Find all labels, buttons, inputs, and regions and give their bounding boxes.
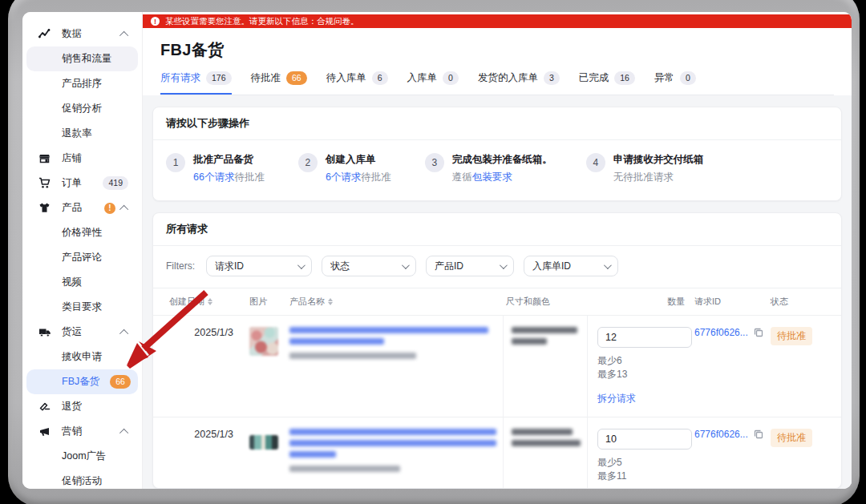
cell-size-color (503, 417, 587, 488)
filter-dropdown-入库单ID[interactable]: 入库单ID (524, 256, 618, 276)
product-thumbnail[interactable] (249, 435, 278, 450)
column-header-label: 创建日期 (169, 296, 204, 308)
filters-row: Filters: 请求ID状态产品ID入库单ID (153, 246, 841, 288)
filter-dropdown-产品ID[interactable]: 产品ID (426, 256, 514, 276)
alert-banner-text: 某些设置需要您注意。请更新以下信息：合规问卷。 (165, 16, 359, 27)
chevron-up-icon[interactable] (119, 428, 128, 437)
sidebar-item-退货[interactable]: 退货 (26, 394, 138, 419)
tab-待批准[interactable]: 待批准66 (251, 71, 307, 95)
step-sub-text: 遵循 (452, 171, 472, 183)
sidebar-item-label: 数据 (62, 27, 82, 41)
cell-image (246, 417, 286, 488)
sidebar-item-数据[interactable]: 数据 (26, 22, 138, 46)
sidebar: 数据销售和流量产品排序促销分析退款率店铺订单419产品!价格弹性产品评论视频类目… (22, 12, 143, 489)
shirt-icon (38, 201, 51, 215)
column-header-label: 图片 (249, 296, 267, 308)
quantity-input[interactable] (597, 327, 692, 348)
alert-banner[interactable]: ! 某些设置需要您注意。请更新以下信息：合规问卷。 (143, 14, 852, 28)
cell-quantity: 最少5最多11拆分请求 (587, 417, 691, 488)
sidebar-item-销售和流量[interactable]: 销售和流量 (26, 46, 138, 71)
sort-icon[interactable] (328, 298, 333, 305)
step-link[interactable]: 包装要求 (472, 171, 512, 183)
step-link[interactable]: 6个请求 (326, 171, 361, 183)
chevron-up-icon[interactable] (119, 329, 128, 337)
column-header-产品名称[interactable]: 产品名称 (286, 288, 503, 315)
table-row: 2025/1/3最少5最多11拆分请求6776f0626...待批准 (153, 417, 841, 488)
content-area: 请按以下步骤操作 1批准产品备货66个请求待批准2创建入库单6个请求待批准3完成… (143, 95, 852, 489)
split-request-link[interactable]: 拆分请求 (597, 392, 636, 405)
sidebar-item-订单[interactable]: 订单419 (26, 171, 138, 196)
sidebar-item-产品评论[interactable]: 产品评论 (26, 245, 138, 270)
sidebar-item-label: 产品 (62, 201, 82, 215)
steps-card-title: 请按以下步骤操作 (153, 107, 841, 140)
returns-icon (38, 400, 51, 413)
truck-icon (38, 325, 51, 339)
copy-icon[interactable] (754, 429, 763, 442)
laptop-frame: 数据销售和流量产品排序促销分析退款率店铺订单419产品!价格弹性产品评论视频类目… (0, 0, 866, 504)
tab-count-badge: 6 (372, 71, 388, 85)
sidebar-item-促销活动[interactable]: 促销活动 (26, 469, 138, 489)
min-quantity: 最少5 (597, 456, 685, 470)
quantity-input[interactable] (597, 429, 692, 450)
tab-入库单[interactable]: 入库单0 (407, 71, 459, 95)
max-quantity: 最多13 (597, 368, 685, 381)
product-thumbnail[interactable] (249, 327, 278, 356)
table-header-row: 创建日期图片产品名称尺寸和颜色数量请求ID状态 (153, 288, 841, 316)
megaphone-icon (38, 425, 51, 438)
sidebar-item-货运[interactable]: 货运 (26, 320, 138, 345)
tab-已完成[interactable]: 已完成16 (579, 71, 635, 95)
tab-异常[interactable]: 异常0 (654, 71, 696, 95)
requests-card: 所有请求 Filters: 请求ID状态产品ID入库单ID 创建日期图片产品名称… (152, 212, 842, 489)
copy-icon[interactable] (754, 328, 763, 340)
sidebar-item-营销[interactable]: 营销 (26, 419, 138, 444)
step-sub-text: 无待批准请求 (613, 171, 674, 183)
sidebar-item-视频[interactable]: 视频 (26, 270, 138, 295)
tab-count-badge: 66 (286, 71, 307, 85)
chevron-up-icon[interactable] (119, 204, 128, 213)
step-subtitle: 无待批准请求 (613, 171, 704, 184)
sidebar-item-label: 营销 (62, 425, 82, 438)
column-header-创建日期[interactable]: 创建日期 (166, 288, 246, 315)
sidebar-item-产品排序[interactable]: 产品排序 (26, 71, 138, 96)
step-link[interactable]: 66个请求 (193, 171, 234, 183)
sidebar-item-价格弹性[interactable]: 价格弹性 (26, 220, 138, 245)
cell-product-name[interactable] (286, 417, 503, 488)
step-title: 申请揽收并交付纸箱 (613, 153, 704, 167)
sidebar-item-促销分析[interactable]: 促销分析 (26, 96, 138, 121)
sidebar-item-类目要求[interactable]: 类目要求 (26, 295, 138, 320)
tab-待入库单[interactable]: 待入库单6 (326, 71, 388, 95)
filter-dropdown-状态[interactable]: 状态 (322, 256, 416, 276)
quantity-limits: 最少5最多11 (597, 456, 685, 484)
steps-row: 1批准产品备货66个请求待批准2创建入库单6个请求待批准3完成包装并准备纸箱。遵… (153, 140, 841, 200)
step-3: 3完成包装并准备纸箱。遵循包装要求 (425, 153, 552, 184)
sidebar-item-label: 退货 (62, 400, 82, 413)
sidebar-item-退款率[interactable]: 退款率 (26, 121, 138, 146)
sidebar-item-产品[interactable]: 产品! (26, 196, 138, 220)
request-id-link[interactable]: 6776f0626... (694, 327, 748, 338)
tab-所有请求[interactable]: 所有请求176 (160, 71, 232, 95)
sidebar-item-label: FBJ备货 (62, 375, 99, 389)
tab-发货的入库单[interactable]: 发货的入库单3 (478, 71, 560, 95)
cell-status: 待批准 (767, 316, 828, 417)
cell-image (246, 316, 286, 417)
tab-count-badge: 0 (680, 71, 696, 85)
sort-icon[interactable] (208, 298, 212, 305)
sidebar-item-Joom广告[interactable]: Joom广告 (26, 444, 138, 469)
request-id-link[interactable]: 6776f0626... (694, 429, 748, 440)
sidebar-item-FBJ备货[interactable]: FBJ备货66 (26, 369, 138, 394)
sidebar-item-label: Joom广告 (62, 450, 107, 463)
sidebar-item-label: 订单 (62, 176, 82, 190)
step-subtitle: 遵循包装要求 (452, 171, 552, 184)
sidebar-item-揽收申请[interactable]: 揽收申请 (26, 345, 138, 369)
cell-status: 待批准 (767, 417, 828, 488)
chevron-down-icon (297, 261, 306, 269)
requests-table: 创建日期图片产品名称尺寸和颜色数量请求ID状态2025/1/3最少6最多13拆分… (153, 288, 841, 488)
filter-dropdown-请求ID[interactable]: 请求ID (206, 256, 312, 276)
status-badge: 待批准 (771, 429, 812, 447)
max-quantity: 最多11 (597, 470, 685, 483)
main-area: ! 某些设置需要您注意。请更新以下信息：合规问卷。 FBJ备货 所有请求176待… (143, 12, 852, 489)
sidebar-item-店铺[interactable]: 店铺 (26, 146, 138, 171)
tab-bar: 所有请求176待批准66待入库单6入库单0发货的入库单3已完成16异常0 (160, 71, 834, 95)
cell-product-name[interactable] (286, 316, 503, 417)
chevron-up-icon[interactable] (119, 30, 128, 39)
